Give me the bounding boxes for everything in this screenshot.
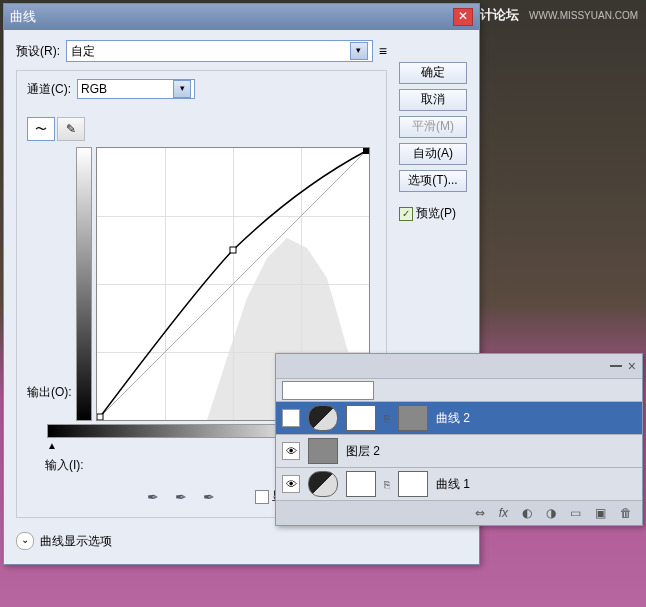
expand-icon: ⌄ [16, 532, 34, 550]
adjustment-thumb-icon [308, 471, 338, 497]
visibility-eye-icon[interactable]: 👁 [282, 409, 300, 427]
layer-name[interactable]: 曲线 2 [436, 410, 470, 427]
layer-row[interactable]: 👁 ⎘ 曲线 2 [276, 402, 642, 435]
link-layers-icon[interactable]: ⇔ [475, 506, 485, 520]
ok-button[interactable]: 确定 [399, 62, 467, 84]
mask-thumb[interactable] [346, 471, 376, 497]
channel-value: RGB [81, 82, 107, 96]
watermark-sub: WWW.MISSYUAN.COM [529, 10, 638, 21]
black-point-eyedropper-icon[interactable]: ✒ [147, 489, 159, 505]
checkbox-icon [255, 490, 269, 504]
layer-name[interactable]: 图层 2 [346, 443, 380, 460]
layer-thumb[interactable] [398, 405, 428, 431]
adjustment-layer-icon[interactable]: ◑ [546, 506, 556, 520]
visibility-eye-icon[interactable]: 👁 [282, 475, 300, 493]
trash-icon[interactable]: 🗑 [620, 506, 632, 520]
options-button[interactable]: 选项(T)... [399, 170, 467, 192]
close-icon[interactable]: × [628, 358, 636, 374]
adjustment-thumb-icon [308, 405, 338, 431]
layer-thumb[interactable] [398, 471, 428, 497]
white-point-eyedropper-icon[interactable]: ✒ [203, 489, 215, 505]
preset-menu-icon[interactable]: ≡ [379, 43, 387, 59]
gray-point-eyedropper-icon[interactable]: ✒ [175, 489, 187, 505]
svg-rect-2 [97, 414, 103, 420]
preset-label: 预设(R): [16, 43, 60, 60]
channel-select[interactable]: RGB ▾ [77, 79, 195, 99]
mask-icon[interactable]: ◐ [522, 506, 532, 520]
output-label: 输出(O): [27, 384, 72, 421]
chevron-down-icon: ▾ [173, 80, 191, 98]
display-options-label: 曲线显示选项 [40, 533, 112, 550]
channel-label: 通道(C): [27, 81, 71, 98]
new-layer-icon[interactable]: ▣ [595, 506, 606, 520]
blend-row [276, 379, 642, 402]
chevron-down-icon: ▾ [350, 42, 368, 60]
cancel-button[interactable]: 取消 [399, 89, 467, 111]
blend-mode-select[interactable] [282, 381, 374, 400]
curve-tool-icon[interactable]: 〜 [27, 117, 55, 141]
pencil-tool-icon[interactable]: ✎ [57, 117, 85, 141]
smooth-button: 平滑(M) [399, 116, 467, 138]
svg-rect-3 [230, 247, 236, 253]
titlebar[interactable]: 曲线 ✕ [4, 4, 479, 30]
link-icon: ⎘ [384, 479, 390, 490]
input-label: 输入(I): [45, 458, 84, 472]
panel-header[interactable]: × [276, 354, 642, 379]
link-icon: ⎘ [384, 413, 390, 424]
preset-select[interactable]: 自定 ▾ [66, 40, 373, 62]
button-column: 确定 取消 平滑(M) 自动(A) 选项(T)... ✓ 预览(P) [399, 62, 467, 222]
output-gradient [76, 147, 92, 421]
minimize-icon[interactable] [610, 365, 622, 367]
layer-thumb[interactable] [308, 438, 338, 464]
layer-row[interactable]: 👁 ⎘ 曲线 1 [276, 468, 642, 501]
svg-rect-4 [363, 148, 369, 154]
fx-icon[interactable]: fx [499, 506, 508, 520]
auto-button[interactable]: 自动(A) [399, 143, 467, 165]
visibility-eye-icon[interactable]: 👁 [282, 442, 300, 460]
layer-row[interactable]: 👁 图层 2 [276, 435, 642, 468]
preview-label: 预览(P) [416, 205, 456, 222]
panel-footer: ⇔ fx ◐ ◑ ▭ ▣ 🗑 [276, 501, 642, 525]
layer-name[interactable]: 曲线 1 [436, 476, 470, 493]
close-icon[interactable]: ✕ [453, 8, 473, 26]
layers-panel: × 👁 ⎘ 曲线 2 👁 图层 2 👁 ⎘ 曲线 1 ⇔ fx ◐ ◑ ▭ ▣ … [275, 353, 643, 526]
display-options-toggle[interactable]: ⌄ 曲线显示选项 [16, 532, 387, 550]
group-icon[interactable]: ▭ [570, 506, 581, 520]
mask-thumb[interactable] [346, 405, 376, 431]
dialog-title: 曲线 [10, 8, 36, 26]
preview-checkbox[interactable]: ✓ 预览(P) [399, 205, 467, 222]
checkbox-checked-icon: ✓ [399, 207, 413, 221]
preset-value: 自定 [71, 43, 95, 60]
